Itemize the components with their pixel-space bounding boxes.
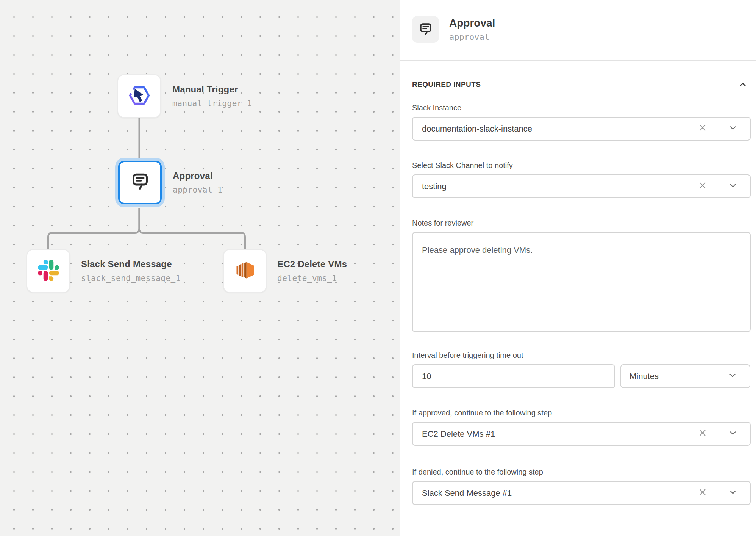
node-ec2-delete-vms[interactable] <box>223 249 267 293</box>
node-slack-send-message[interactable] <box>27 249 70 293</box>
chevron-down-icon[interactable] <box>728 370 737 382</box>
denied-step-label: If denied, continue to the following ste… <box>412 468 751 476</box>
slack-channel-label: Select Slack Channel to notify <box>412 161 751 170</box>
node-id: manual_trigger_1 <box>172 99 252 108</box>
slack-channel-value: testing <box>422 182 447 191</box>
chevron-down-icon[interactable] <box>728 428 738 440</box>
denied-step-select[interactable]: Slack Send Message #1 <box>412 481 751 505</box>
interval-group: Interval before triggering time out Minu… <box>412 351 751 388</box>
chevron-up-icon[interactable] <box>738 80 748 89</box>
node-title: Approval <box>173 171 222 181</box>
node-label-approval: Approval approval_1 <box>173 171 222 194</box>
node-id: delete_vms_1 <box>277 274 347 283</box>
section-title: REQUIRED INPUTS <box>412 80 481 89</box>
node-id: approval_1 <box>173 185 222 194</box>
chevron-down-icon[interactable] <box>728 487 738 499</box>
interval-row: Minutes <box>412 364 751 388</box>
step-config-panel: Approval approval REQUIRED INPUTS Slack … <box>400 0 756 536</box>
slack-instance-select[interactable]: documentation-slack-instance <box>412 117 751 141</box>
clear-icon[interactable] <box>698 428 708 440</box>
slack-channel-group: Select Slack Channel to notify testing <box>412 161 751 198</box>
node-title: Slack Send Message <box>81 259 181 270</box>
approval-icon <box>130 171 151 194</box>
approved-step-value: EC2 Delete VMs #1 <box>422 429 495 439</box>
node-title: EC2 Delete VMs <box>277 259 347 270</box>
interval-value-input[interactable] <box>412 364 615 388</box>
slack-channel-select[interactable]: testing <box>412 174 751 198</box>
slack-instance-group: Slack Instance documentation-slack-insta… <box>412 103 751 141</box>
panel-title: Approval <box>449 17 495 29</box>
manual-trigger-icon <box>127 83 152 110</box>
node-label-slack-send-message: Slack Send Message slack_send_message_1 <box>81 259 181 283</box>
required-inputs-section-header: REQUIRED INPUTS <box>412 80 751 89</box>
ec2-icon <box>234 259 256 283</box>
panel-header: Approval approval <box>412 16 751 43</box>
approved-step-select[interactable]: EC2 Delete VMs #1 <box>412 422 751 446</box>
panel-subtitle: approval <box>449 32 495 42</box>
interval-label: Interval before triggering time out <box>412 351 751 360</box>
node-label-manual-trigger: Manual Trigger manual_trigger_1 <box>172 84 252 108</box>
denied-step-group: If denied, continue to the following ste… <box>412 468 751 505</box>
node-title: Manual Trigger <box>172 84 252 95</box>
approved-step-label: If approved, continue to the following s… <box>412 409 751 417</box>
notes-textarea[interactable]: Please approve deleting VMs. <box>412 232 751 332</box>
chevron-down-icon[interactable] <box>728 123 738 135</box>
workflow-editor: Manual Trigger manual_trigger_1 Approval… <box>0 0 756 536</box>
slack-instance-value: documentation-slack-instance <box>422 124 532 134</box>
panel-header-text: Approval approval <box>449 16 495 42</box>
clear-icon[interactable] <box>698 487 708 499</box>
workflow-canvas[interactable]: Manual Trigger manual_trigger_1 Approval… <box>0 0 400 536</box>
slack-instance-label: Slack Instance <box>412 103 751 112</box>
node-manual-trigger[interactable] <box>117 74 161 118</box>
interval-unit-select[interactable]: Minutes <box>620 364 750 388</box>
approved-step-group: If approved, continue to the following s… <box>412 409 751 446</box>
node-label-ec2-delete-vms: EC2 Delete VMs delete_vms_1 <box>277 259 347 283</box>
clear-icon[interactable] <box>698 180 708 193</box>
clear-icon[interactable] <box>698 123 708 135</box>
denied-step-value: Slack Send Message #1 <box>422 488 512 498</box>
interval-unit-value: Minutes <box>629 371 659 381</box>
notes-label: Notes for reviewer <box>412 219 751 227</box>
slack-icon <box>38 260 59 282</box>
node-approval[interactable] <box>118 161 162 204</box>
chevron-down-icon[interactable] <box>728 180 738 193</box>
approval-icon <box>412 16 439 43</box>
node-id: slack_send_message_1 <box>81 274 181 283</box>
notes-group: Notes for reviewer Please approve deleti… <box>412 219 751 332</box>
panel-divider <box>400 60 756 61</box>
